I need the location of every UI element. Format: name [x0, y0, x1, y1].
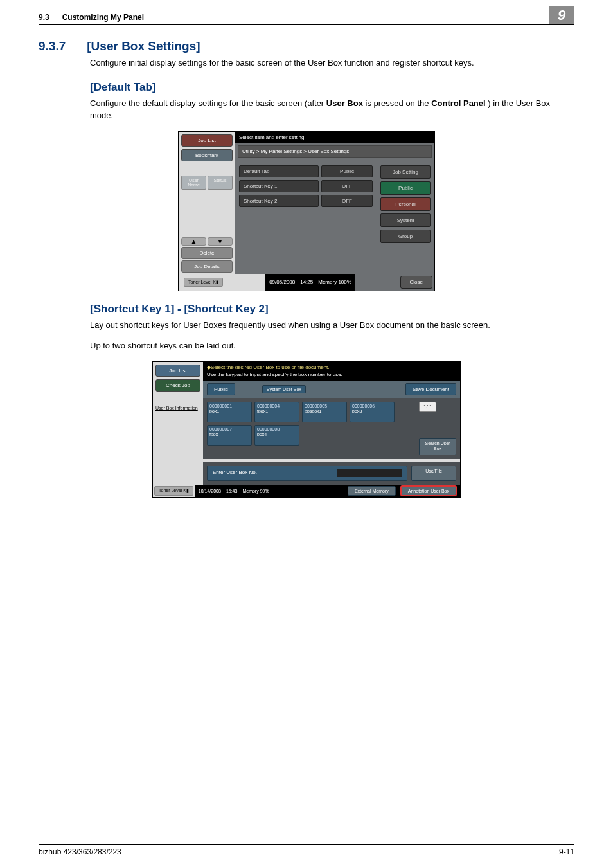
external-memory-button[interactable]: External Memory: [348, 486, 396, 496]
screenshot-shortcut-keys: Job List Check Job User Box Information …: [152, 361, 461, 498]
user-box-item[interactable]: 000000008box4: [254, 425, 299, 446]
dev2-enter-bar: Enter User Box No. Use/File: [203, 462, 460, 485]
heading-shortcut-keys: [Shortcut Key 1] - [Shortcut Key 2]: [39, 303, 574, 316]
toner-level-2: Toner Level K▮: [154, 486, 193, 496]
shortcut-p2: Up to two shortcut keys can be laid out.: [39, 340, 574, 352]
personal-button[interactable]: Personal: [380, 197, 431, 211]
row-default-tab[interactable]: Default Tab Public: [239, 165, 373, 177]
footer-right: 9-11: [559, 847, 574, 856]
dev2-sidebar: Job List Check Job User Box Information: [153, 362, 203, 485]
shortcut-p1: Lay out shortcut keys for User Boxes fre…: [39, 320, 574, 332]
user-box-info-label: User Box Information: [153, 403, 203, 413]
bookmark-tab[interactable]: Bookmark: [181, 149, 233, 161]
check-job-tab[interactable]: Check Job: [155, 379, 200, 392]
annotation-user-box-button[interactable]: Annotation User Box: [401, 486, 456, 496]
dev1-status-bar: Toner Level K▮ 09/05/2008 14:25 Memory 1…: [179, 274, 434, 291]
dev2-panel: 000000001box1 000000004fbox1 000000005bb…: [203, 398, 460, 459]
heading-text: [User Box Settings]: [87, 39, 200, 53]
heading-number: 9.3.7: [39, 39, 84, 53]
row-shortcut-key-2[interactable]: Shortcut Key 2 OFF: [239, 195, 373, 207]
arrow-up-icon[interactable]: ▲: [181, 237, 206, 246]
nav-arrows: ▲ ▼: [181, 237, 233, 246]
group-button[interactable]: Group: [380, 230, 431, 243]
footer-left: bizhub 423/363/283/223: [39, 847, 121, 856]
user-box-item[interactable]: 000000006box3: [350, 402, 395, 422]
system-user-box-tab[interactable]: System User Box: [262, 385, 306, 394]
page-indicator: 1/ 1: [419, 402, 436, 412]
arrow-down-icon[interactable]: ▼: [208, 237, 233, 246]
delete-button[interactable]: Delete: [181, 247, 233, 259]
system-button[interactable]: System: [380, 213, 431, 227]
job-setting-button[interactable]: Job Setting: [380, 165, 431, 179]
dev1-message: Select item and enter setting.: [235, 132, 434, 143]
box-number-input[interactable]: [337, 469, 402, 477]
username-tab[interactable]: User Name: [181, 176, 206, 190]
save-document-tab[interactable]: Save Document: [405, 383, 456, 395]
dev2-message: ◆Select the desired User Box to use or f…: [203, 362, 460, 381]
user-box-item[interactable]: 000000005bbsbox1: [302, 402, 347, 422]
job-list-tab-2[interactable]: Job List: [155, 365, 200, 377]
page-footer: bizhub 423/363/283/223 9-11: [39, 844, 574, 856]
username-status-tabs: User Name Status: [181, 176, 233, 190]
dev1-sidebar: Job List Bookmark User Name Status ▲ ▼ D…: [179, 132, 235, 274]
dev1-settings-list: Default Tab Public Shortcut Key 1 OFF Sh…: [235, 160, 377, 248]
row-shortcut-key-1[interactable]: Shortcut Key 1 OFF: [239, 180, 373, 192]
screenshot-default-tab: Job List Bookmark User Name Status ▲ ▼ D…: [178, 131, 435, 291]
job-details-button[interactable]: Job Details: [181, 260, 233, 273]
public-button[interactable]: Public: [380, 181, 431, 195]
dev1-breadcrumb: Utility > My Panel Settings > User Box S…: [238, 145, 432, 158]
dev2-status-bar: Toner Level K▮ 10/14/2008 15:43 Memory 9…: [153, 485, 460, 497]
public-tab[interactable]: Public: [207, 383, 235, 395]
user-box-item[interactable]: 000000001box1: [207, 402, 252, 422]
default-tab-body: Configure the default display settings f…: [39, 98, 574, 122]
user-box-item[interactable]: 000000004fbox1: [254, 402, 299, 422]
dev1-right-panel: Job Setting Public Personal System Group: [377, 160, 434, 248]
close-button[interactable]: Close: [400, 276, 432, 289]
job-list-tab[interactable]: Job List: [181, 134, 233, 147]
dev2-top-tabs: Public System User Box Save Document: [203, 381, 460, 398]
status-tab[interactable]: Status: [208, 176, 233, 190]
use-file-button[interactable]: Use/File: [411, 466, 456, 481]
user-box-item[interactable]: 000000007fbox: [207, 425, 252, 446]
section-name: Customizing My Panel: [62, 13, 144, 22]
enter-user-box-no[interactable]: Enter User Box No.: [207, 466, 407, 481]
toner-level: Toner Level K▮: [184, 278, 223, 287]
heading-default-tab: [Default Tab]: [39, 81, 574, 94]
section-number: 9.3: [39, 13, 49, 22]
search-user-box-button[interactable]: Search User Box: [419, 438, 456, 455]
user-box-grid: 000000001box1 000000004fbox1 000000005bb…: [207, 402, 395, 455]
intro-937: Configure initial display settings for t…: [39, 57, 574, 69]
page-badge: 9: [549, 6, 574, 24]
heading-937: 9.3.7 [User Box Settings]: [39, 39, 574, 53]
page-header: 9.3 Customizing My Panel: [39, 0, 574, 25]
